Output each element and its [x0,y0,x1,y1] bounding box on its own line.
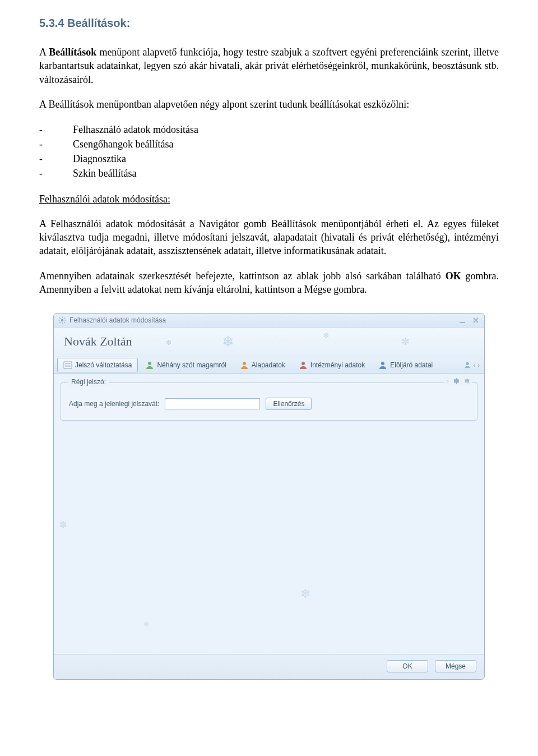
bullet-list: -Felhasználó adatok módosítása -Csengőha… [39,122,499,181]
dot-icon: ◦ [446,377,449,385]
person-icon [378,361,387,370]
gear-icon [58,316,66,324]
ok-bold: OK [446,270,461,282]
tab-label: Néhány szót magamról [157,361,226,369]
svg-line-7 [59,322,61,323]
document-body: 5.3.4 Beállítások: A Beállítások menüpon… [0,0,538,708]
window-title: Felhasználói adatok módosítása [69,316,458,324]
tab-password-change[interactable]: Jelszó változtatása [57,358,138,372]
tab-institution-data[interactable]: Intézményi adatok [293,358,371,372]
paragraph: A Beállítások menüpontban alapvetően nég… [39,98,499,111]
svg-point-0 [61,319,64,322]
svg-line-8 [64,318,65,319]
password-row: Adja meg a jelenlegi jelszavát: Ellenőrz… [69,398,469,410]
tab-about-me[interactable]: Néhány szót magamról [139,358,232,372]
verify-button[interactable]: Ellenőrzés [266,398,312,410]
user-display-name: Novák Zoltán [64,334,474,349]
tab-label: Elöljáró adatai [390,361,433,369]
tab-scroll-controls: ‹ › [463,361,481,369]
person-icon [240,361,249,370]
tab-label: Jelszó változtatása [75,361,132,369]
app-window: Felhasználói adatok módosítása ❄ ✽ ❄ ✼ N… [53,313,485,680]
term-bold: Beállítások [49,47,96,58]
list-icon [63,361,72,370]
snowflake-icon: ✽ [59,519,67,530]
chevron-right-icon[interactable]: › [477,362,480,368]
svg-point-17 [243,362,246,365]
group-top-icons: ◦ ✽ ❄ [444,377,472,385]
tab-bar: Jelszó változtatása Néhány szót magamról… [54,357,484,374]
titlebar: Felhasználói adatok módosítása [54,314,484,328]
tab-label: Alapadatok [252,361,285,369]
window-controls [458,316,480,324]
ok-button[interactable]: OK [387,660,428,672]
list-item: -Felhasználó adatok módosítása [39,122,499,137]
dialog-footer: OK Mégse [54,654,484,679]
svg-point-19 [381,362,384,365]
svg-line-5 [59,318,61,319]
tab-supervisor-data[interactable]: Elöljáró adatai [372,358,439,372]
svg-point-20 [466,362,469,365]
svg-line-6 [64,322,65,323]
snowflake-icon: ✼ [143,620,149,628]
person-small-icon[interactable] [463,361,471,369]
minimize-icon[interactable] [458,316,466,324]
list-item: -Csengőhangok beállítása [39,137,499,151]
content-area: ❄ ✽ ❄ ✼ Régi jelszó: ◦ ✽ ❄ Adja meg a je… [54,374,484,654]
tab-basic-data[interactable]: Alapadatok [234,358,291,372]
person-icon [145,361,154,370]
screenshot-container: Felhasználói adatok módosítása ❄ ✽ ❄ ✼ N… [39,307,499,697]
current-password-input[interactable] [165,398,260,409]
password-label: Adja meg a jelenlegi jelszavát: [69,400,159,408]
svg-point-16 [148,362,151,365]
group-legend: Régi jelszó: [68,378,109,386]
snowflake-icon: ❄ [464,377,470,385]
old-password-group: Régi jelszó: ◦ ✽ ❄ Adja meg a jelenlegi … [61,382,477,421]
list-item: -Szkin beállítása [39,166,499,181]
chevron-left-icon[interactable]: ‹ [474,362,476,368]
person-icon [299,361,308,370]
snowflake-icon: ❄ [300,587,310,601]
paragraph: Amennyiben adatainak szerkesztését befej… [39,269,499,297]
paragraph: A Felhasználói adatok módosítását a Navi… [39,217,499,258]
close-icon[interactable] [472,316,480,324]
snowflake-icon: ✽ [453,377,460,385]
list-item: -Diagnosztika [39,151,499,166]
section-title: 5.3.4 Beállítások: [39,17,499,30]
paragraph: A Beállítások menüpont alapvető funkciój… [39,45,499,86]
header-band: ❄ ✽ ❄ ✼ Novák Zoltán [54,328,484,357]
svg-point-18 [302,362,305,365]
subheading: Felhasználói adatok módosítása: [39,192,499,206]
cancel-button[interactable]: Mégse [435,660,476,672]
tab-label: Intézményi adatok [310,361,365,369]
